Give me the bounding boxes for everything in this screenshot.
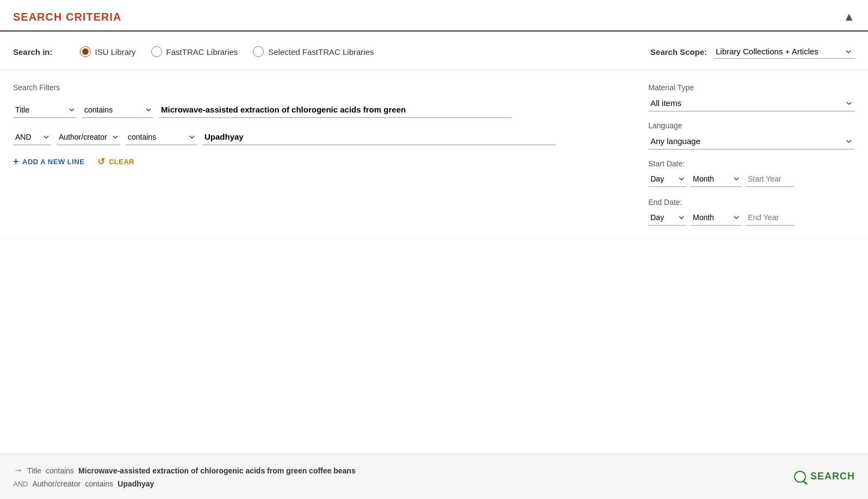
- query-1-field: Title: [27, 466, 41, 475]
- filter-row-2: AND OR NOT Author/creator Title Subject …: [13, 129, 627, 145]
- radio-fastrac-input[interactable]: [151, 46, 162, 57]
- end-day-select[interactable]: Day: [648, 210, 686, 226]
- filter-1-text-input[interactable]: [159, 102, 512, 118]
- bottom-bar: → Title contains Microwave-assisted extr…: [0, 453, 868, 499]
- add-line-button[interactable]: + ADD A NEW LINE: [13, 156, 84, 167]
- search-button[interactable]: SEARCH: [794, 471, 855, 483]
- end-month-select[interactable]: Month JanuaryFebruaryMarch AprilMayJune …: [691, 210, 741, 226]
- filters-heading: Search Filters: [13, 83, 627, 92]
- material-type-select[interactable]: All items Books Articles Journals Videos…: [648, 95, 855, 111]
- radio-isu-input[interactable]: [80, 46, 91, 57]
- search-scope-label: Search Scope:: [650, 47, 707, 57]
- end-year-input[interactable]: [746, 210, 795, 226]
- search-scope-select[interactable]: Library Collections + Articles Library C…: [714, 45, 855, 59]
- end-date-section: End Date: Day Month JanuaryFebruaryMarch…: [648, 198, 855, 226]
- end-date-row: Day Month JanuaryFebruaryMarch AprilMayJ…: [648, 210, 855, 226]
- start-year-input[interactable]: [746, 171, 795, 187]
- filter-2-condition-select[interactable]: contains does not contain begins with is: [126, 129, 197, 145]
- plus-icon: +: [13, 156, 19, 167]
- start-month-select[interactable]: Month JanuaryFebruaryMarch AprilMayJune …: [691, 171, 741, 187]
- filter-2-text-input[interactable]: [202, 129, 556, 145]
- material-type-section: Material Type All items Books Articles J…: [648, 83, 855, 111]
- radio-selected[interactable]: Selected FastTRAC Libraries: [253, 46, 374, 57]
- query-1-condition: contains: [46, 466, 74, 475]
- end-date-label: End Date:: [648, 198, 855, 207]
- filters-right: Material Type All items Books Articles J…: [648, 83, 855, 226]
- radio-fastrac[interactable]: FastTRAC Libraries: [151, 46, 238, 57]
- refresh-icon: ↺: [97, 156, 106, 167]
- clear-button[interactable]: ↺ CLEAR: [97, 156, 134, 167]
- search-criteria-header: SEARCH CRITERIA ▲: [0, 0, 868, 32]
- start-date-label: Start Date:: [648, 159, 855, 168]
- query-2-bool: AND: [13, 480, 28, 488]
- action-buttons: + ADD A NEW LINE ↺ CLEAR: [13, 156, 627, 167]
- query-summary: → Title contains Microwave-assisted extr…: [13, 465, 356, 488]
- query-line-2: AND Author/creator contains Upadhyay: [13, 479, 356, 488]
- radio-selected-input[interactable]: [253, 46, 264, 57]
- collapse-icon[interactable]: ▲: [843, 10, 855, 24]
- search-in-label: Search in:: [13, 47, 53, 57]
- filter-2-field-select[interactable]: Author/creator Title Subject Keywords An…: [57, 129, 120, 145]
- filter-1-condition-select[interactable]: contains does not contain begins with is: [82, 102, 153, 118]
- filter-2-bool-select[interactable]: AND OR NOT: [13, 129, 51, 145]
- query-2-value: Upadhyay: [117, 479, 154, 488]
- search-icon: [794, 471, 806, 483]
- search-label: SEARCH: [810, 471, 855, 482]
- filters-section: Search Filters Title Author/creator Subj…: [0, 70, 868, 239]
- radio-isu[interactable]: ISU Library: [80, 46, 136, 57]
- add-line-label: ADD A NEW LINE: [22, 158, 84, 166]
- query-1-value: Microwave-assisted extraction of chlorog…: [78, 466, 356, 475]
- language-select[interactable]: Any language English Spanish French Germ…: [648, 133, 855, 149]
- start-date-row: Day Month JanuaryFebruaryMarch AprilMayJ…: [648, 171, 855, 187]
- clear-label: CLEAR: [109, 158, 134, 166]
- query-line-1: → Title contains Microwave-assisted extr…: [13, 465, 356, 476]
- filter-1-field-select[interactable]: Title Author/creator Subject Keywords An…: [13, 102, 77, 118]
- page-title: SEARCH CRITERIA: [13, 11, 121, 23]
- arrow-icon: →: [13, 465, 23, 476]
- query-2-condition: contains: [85, 479, 113, 488]
- filter-row-1: Title Author/creator Subject Keywords An…: [13, 102, 627, 118]
- radio-fastrac-label: FastTRAC Libraries: [166, 47, 238, 57]
- radio-group: ISU Library FastTRAC Libraries Selected …: [80, 46, 374, 57]
- query-2-field: Author/creator: [32, 479, 80, 488]
- search-scope-group: Search Scope: Library Collections + Arti…: [650, 45, 855, 59]
- search-in-section: Search in: ISU Library FastTRAC Librarie…: [0, 32, 868, 70]
- filters-left: Search Filters Title Author/creator Subj…: [13, 83, 627, 226]
- radio-selected-label: Selected FastTRAC Libraries: [268, 47, 374, 57]
- language-label: Language: [648, 121, 855, 130]
- language-section: Language Any language English Spanish Fr…: [648, 121, 855, 149]
- radio-isu-label: ISU Library: [95, 47, 136, 57]
- material-type-label: Material Type: [648, 83, 855, 92]
- start-date-section: Start Date: Day Month JanuaryFebruaryMar…: [648, 159, 855, 187]
- start-day-select[interactable]: Day: [648, 171, 686, 187]
